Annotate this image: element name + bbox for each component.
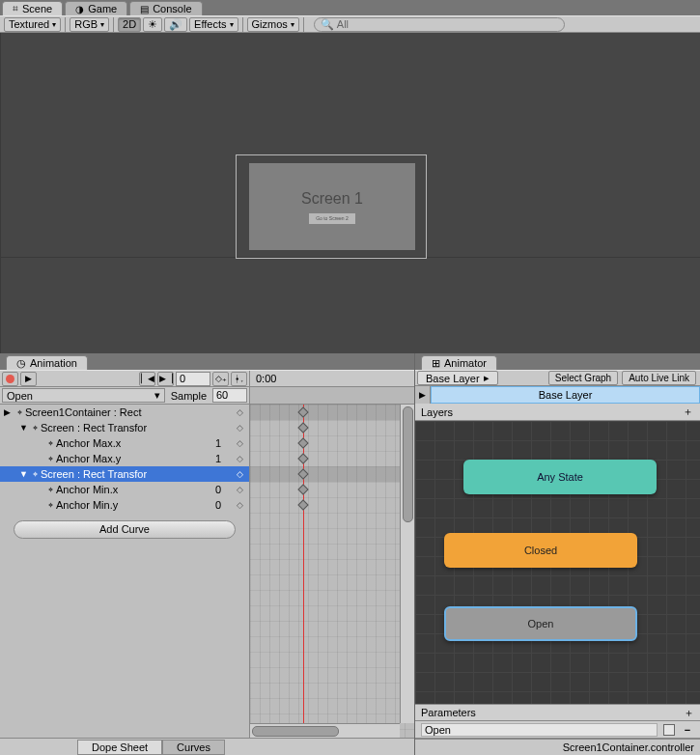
- tab-console[interactable]: ▤Console: [129, 1, 202, 15]
- property-label: Screen1Container : Rect: [25, 406, 207, 418]
- sun-icon: ☀: [148, 18, 157, 31]
- dopesheet-vscroll[interactable]: [400, 405, 414, 723]
- effects-dropdown[interactable]: Effects: [189, 17, 238, 32]
- timeline-ruler[interactable]: 0:00: [250, 371, 414, 386]
- add-keyframe-button[interactable]: ◇₊: [212, 372, 229, 386]
- hierarchy-row[interactable]: ▼⌖Screen : Rect Transfor◇: [0, 466, 249, 482]
- hierarchy-row[interactable]: ⌖Anchor Min.x0◇: [0, 482, 249, 497]
- shading-dropdown[interactable]: Textured: [4, 17, 61, 32]
- toggle-2d[interactable]: 2D: [118, 17, 141, 32]
- layer-base-label: Base Layer: [437, 389, 693, 401]
- layer-base[interactable]: Base Layer: [431, 386, 700, 404]
- tab-scene-label: Scene: [22, 3, 52, 14]
- animator-statusbar: Screen1Container.controller: [415, 739, 700, 755]
- scene-ui-panel[interactable]: Screen 1 Go to Screen 2: [249, 163, 415, 250]
- scene-search[interactable]: 🔍All: [314, 17, 565, 32]
- add-parameter-button[interactable]: ＋: [684, 706, 694, 720]
- parameter-bool-checkbox[interactable]: [663, 724, 675, 736]
- rendermode-dropdown[interactable]: RGB: [70, 17, 109, 32]
- auto-live-link-toggle[interactable]: Auto Live Link: [622, 371, 696, 385]
- select-graph-button[interactable]: Select Graph: [548, 371, 618, 385]
- property-value: 0: [207, 499, 230, 511]
- record-button[interactable]: [2, 372, 18, 386]
- animation-hierarchy[interactable]: ▶⌖Screen1Container : Rect◇▼⌖Screen : Rec…: [0, 405, 250, 738]
- tab-animator[interactable]: ⊞Animator: [421, 355, 497, 370]
- remove-parameter-button[interactable]: −: [681, 724, 694, 736]
- dopesheet-grid: [250, 405, 414, 738]
- animator-icon: ⊞: [432, 357, 440, 370]
- separator: [303, 17, 304, 32]
- record-icon: [6, 375, 14, 383]
- animator-panel: ⊞Animator Base Layer▸ Select Graph Auto …: [415, 353, 700, 755]
- expand-toggle[interactable]: ▼: [19, 423, 29, 433]
- hierarchy-row[interactable]: ⌖Anchor Max.x1◇: [0, 435, 249, 451]
- hierarchy-row[interactable]: ▼⌖Screen : Rect Transfor◇: [0, 420, 249, 435]
- game-icon: ◑: [75, 4, 84, 14]
- state-closed[interactable]: Closed: [444, 533, 637, 568]
- key-toggle[interactable]: ◇: [230, 407, 249, 417]
- gizmos-dropdown[interactable]: Gizmos: [247, 17, 299, 32]
- scroll-thumb[interactable]: [252, 726, 339, 737]
- hierarchy-row[interactable]: ⌖Anchor Max.y1◇: [0, 451, 249, 466]
- toggle-lighting[interactable]: ☀: [143, 17, 162, 32]
- sample-field[interactable]: 60: [212, 388, 247, 403]
- layers-collapse-toggle[interactable]: ▶: [415, 386, 431, 404]
- key-toggle[interactable]: ◇: [230, 500, 249, 510]
- expand-toggle[interactable]: ▶: [4, 407, 14, 417]
- animation-panel: ◷Animation ▶ ▏◀ ▶▕ 0 ◇₊ ⍿₊ 0:00 Open▾ Sa…: [0, 353, 415, 755]
- parameters-header: Parameters ＋: [415, 704, 700, 721]
- separator: [65, 17, 66, 32]
- chevron-right-icon: ▸: [484, 372, 490, 384]
- parameter-name-field[interactable]: Open: [421, 723, 658, 737]
- parameter-row: Open −: [415, 721, 700, 739]
- layers-label: Layers: [421, 406, 681, 418]
- property-label: Anchor Max.y: [56, 453, 207, 464]
- screen-goto-button[interactable]: Go to Screen 2: [309, 213, 355, 224]
- audio-icon: 🔊: [169, 18, 182, 31]
- scroll-thumb[interactable]: [403, 406, 413, 522]
- add-event-button[interactable]: ⍿₊: [231, 372, 247, 386]
- key-toggle[interactable]: ◇: [230, 438, 249, 448]
- separator: [113, 17, 114, 32]
- tab-game[interactable]: ◑Game: [65, 1, 127, 15]
- state-open[interactable]: Open: [444, 606, 637, 641]
- property-value: 0: [207, 484, 230, 495]
- tab-game-label: Game: [88, 3, 117, 14]
- dopesheet-row-shade: [250, 405, 414, 420]
- key-toggle[interactable]: ◇: [230, 423, 249, 433]
- controller-path: Screen1Container.controller: [563, 741, 694, 753]
- hierarchy-row[interactable]: ▶⌖Screen1Container : Rect◇: [0, 405, 249, 420]
- key-toggle[interactable]: ◇: [230, 469, 249, 479]
- key-toggle[interactable]: ◇: [230, 454, 249, 463]
- property-label: Anchor Min.y: [56, 499, 207, 511]
- screen-title: Screen 1: [301, 190, 363, 208]
- layers-header: Layers ＋: [415, 404, 700, 421]
- transform-icon: ⌖: [44, 454, 56, 464]
- hierarchy-row[interactable]: ⌖Anchor Min.y0◇: [0, 497, 249, 513]
- parameters-label: Parameters: [421, 707, 684, 718]
- toggle-audio[interactable]: 🔊: [164, 17, 187, 32]
- frame-field[interactable]: 0: [176, 372, 210, 386]
- dopesheet[interactable]: [250, 405, 414, 738]
- time-label: 0:00: [256, 373, 276, 384]
- clip-dropdown[interactable]: Open▾: [2, 388, 165, 403]
- next-key-button[interactable]: ▶▕: [157, 372, 174, 386]
- state-any[interactable]: Any State: [463, 460, 657, 494]
- property-label: Screen : Rect Transfor: [41, 468, 207, 480]
- scene-view[interactable]: Screen 1 Go to Screen 2: [0, 33, 700, 353]
- expand-toggle[interactable]: ▼: [19, 469, 29, 479]
- tab-scene[interactable]: ⌗Scene: [2, 1, 63, 15]
- tab-dopesheet[interactable]: Dope Sheet: [77, 740, 162, 755]
- add-curve-button[interactable]: Add Curve: [14, 520, 236, 539]
- tab-curves[interactable]: Curves: [162, 740, 225, 755]
- key-toggle[interactable]: ◇: [230, 485, 249, 494]
- prev-key-button[interactable]: ▏◀: [139, 372, 155, 386]
- play-button[interactable]: ▶: [20, 372, 37, 386]
- search-icon: 🔍: [321, 18, 334, 31]
- breadcrumb[interactable]: Base Layer▸: [417, 371, 498, 385]
- animator-graph[interactable]: Any State Closed Open: [415, 421, 700, 704]
- add-layer-button[interactable]: ＋: [681, 405, 694, 419]
- dopesheet-hscroll[interactable]: [250, 723, 400, 738]
- tab-animation[interactable]: ◷Animation: [6, 355, 88, 370]
- editor-tabstrip: ⌗Scene ◑Game ▤Console: [0, 0, 700, 15]
